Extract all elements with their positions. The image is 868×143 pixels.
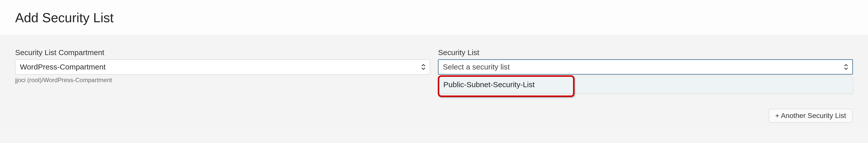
security-list-select-placeholder: Select a security list (443, 63, 510, 71)
form-content: Security List Compartment WordPress-Comp… (0, 36, 868, 130)
security-list-column: Security List Select a security list Pub… (438, 48, 853, 75)
compartment-breadcrumb: jjoci (root)/WordPress-Compartment (15, 77, 430, 84)
add-another-security-list-button[interactable]: + Another Security List (769, 109, 852, 122)
compartment-select-value: WordPress-Compartment (20, 63, 106, 71)
chevron-updown-icon (421, 63, 426, 70)
compartment-select[interactable]: WordPress-Compartment (15, 59, 430, 75)
button-row: + Another Security List (15, 109, 853, 122)
chevron-updown-icon (844, 63, 848, 70)
security-list-select[interactable]: Select a security list (438, 59, 853, 75)
security-list-select-wrap: Select a security list (438, 59, 853, 75)
security-list-dropdown: Public-Subnet-Security-List (438, 76, 853, 93)
compartment-select-wrap: WordPress-Compartment (15, 59, 430, 75)
dialog-header: Add Security List (0, 0, 868, 36)
form-row: Security List Compartment WordPress-Comp… (15, 48, 853, 84)
compartment-label: Security List Compartment (15, 48, 430, 57)
page-title: Add Security List (15, 10, 853, 25)
security-list-label: Security List (438, 48, 853, 57)
security-list-option[interactable]: Public-Subnet-Security-List (438, 76, 852, 93)
compartment-column: Security List Compartment WordPress-Comp… (15, 48, 430, 84)
